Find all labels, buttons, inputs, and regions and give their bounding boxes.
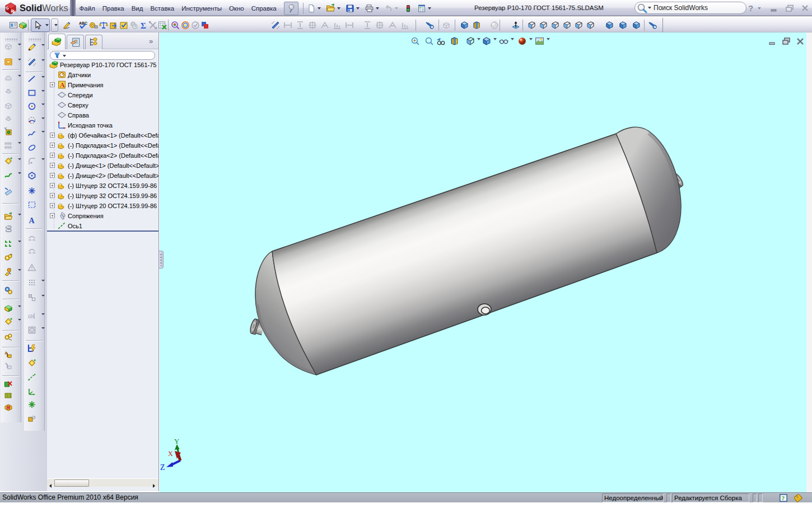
svg-text:X: X (168, 450, 173, 458)
svg-text:Y: Y (174, 437, 180, 445)
svg-text:Z: Z (160, 463, 165, 472)
svg-text:?: ? (782, 495, 785, 501)
